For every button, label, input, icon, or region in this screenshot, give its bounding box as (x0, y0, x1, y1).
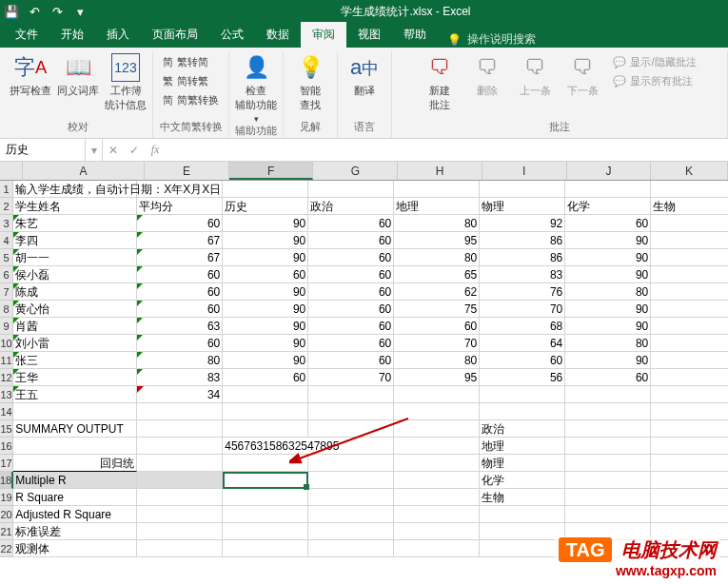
new-comment-button[interactable]: 🗨 新建 批注 (419, 53, 461, 112)
cell[interactable] (223, 403, 308, 420)
cell[interactable]: 90 (223, 232, 308, 249)
cell[interactable] (480, 386, 565, 403)
cell[interactable] (565, 386, 651, 403)
cell[interactable]: Multiple R (13, 472, 137, 489)
cell[interactable]: 92 (480, 215, 565, 232)
cell[interactable] (13, 403, 137, 420)
cell[interactable] (394, 489, 480, 506)
cell[interactable]: 34 (137, 386, 223, 403)
cell[interactable] (223, 489, 308, 506)
cell[interactable]: 456763158632547895 (223, 438, 308, 455)
cell[interactable]: 标准误差 (13, 523, 137, 540)
cell[interactable] (651, 301, 728, 318)
cell[interactable] (394, 403, 480, 420)
cell[interactable]: 95 (394, 369, 480, 386)
cell[interactable]: 56 (480, 369, 565, 386)
cell[interactable] (137, 455, 223, 472)
cell[interactable]: 68 (480, 318, 565, 335)
col-header-G[interactable]: G (313, 162, 398, 180)
cell[interactable] (137, 523, 223, 540)
spelling-button[interactable]: 字A 拼写检查 (10, 53, 51, 98)
cell[interactable]: 60 (137, 283, 223, 301)
cell[interactable] (137, 181, 223, 198)
cell[interactable]: 60 (308, 352, 394, 369)
cell[interactable]: 63 (137, 318, 223, 335)
row-headers[interactable]: 12345678910111213141516171819202122 (0, 181, 13, 557)
cell[interactable]: 62 (394, 283, 480, 301)
cell[interactable] (394, 420, 480, 438)
col-header-F[interactable]: F (229, 162, 314, 180)
delete-comment-button[interactable]: 🗨 删除 (466, 53, 508, 98)
thesaurus-button[interactable]: 📖 同义词库 (57, 53, 99, 98)
row-header-8[interactable]: 8 (0, 301, 13, 318)
cell[interactable]: 70 (480, 301, 565, 318)
cell[interactable]: 60 (308, 249, 394, 266)
cell[interactable]: 83 (137, 369, 223, 386)
tell-me-search[interactable]: 💡 操作说明搜索 (438, 31, 545, 48)
cell[interactable]: 86 (480, 249, 565, 266)
cell[interactable]: 地理 (480, 438, 565, 455)
cell[interactable]: 80 (137, 352, 223, 369)
cell[interactable]: 侯小磊 (13, 266, 137, 283)
cell[interactable]: 60 (565, 215, 651, 232)
cell[interactable] (651, 335, 728, 352)
row-header-7[interactable]: 7 (0, 283, 13, 301)
cell[interactable]: 李四 (13, 232, 137, 249)
cell[interactable]: 60 (137, 215, 223, 232)
cell[interactable] (480, 540, 565, 557)
cell[interactable] (137, 403, 223, 420)
row-header-17[interactable]: 17 (0, 455, 13, 472)
cell[interactable] (308, 438, 394, 455)
cell[interactable] (651, 215, 728, 232)
row-header-4[interactable]: 4 (0, 232, 13, 249)
row-header-18[interactable]: 18 (0, 472, 13, 489)
cell[interactable]: 90 (223, 335, 308, 352)
cell[interactable]: 地理 (394, 198, 480, 215)
cell[interactable]: 60 (308, 318, 394, 335)
cell[interactable]: Adjusted R Square (13, 506, 137, 523)
cell[interactable] (565, 489, 651, 506)
cell[interactable]: 60 (223, 369, 308, 386)
cell[interactable]: 80 (394, 215, 480, 232)
cell[interactable] (223, 523, 308, 540)
cell[interactable] (651, 369, 728, 386)
cell[interactable]: 76 (480, 283, 565, 301)
cell[interactable] (565, 455, 651, 472)
row-header-5[interactable]: 5 (0, 249, 13, 266)
cell[interactable] (13, 438, 137, 455)
cell[interactable]: 90 (223, 318, 308, 335)
row-header-11[interactable]: 11 (0, 352, 13, 369)
column-headers[interactable]: AEFGHIJK (23, 162, 728, 181)
cell[interactable] (651, 489, 728, 506)
cell[interactable] (394, 455, 480, 472)
cell[interactable] (651, 420, 728, 438)
worksheet-grid[interactable]: AEFGHIJK 1234567891011121314151617181920… (0, 162, 728, 557)
cell[interactable]: SUMMARY OUTPUT (13, 420, 137, 438)
cell[interactable] (308, 506, 394, 523)
cell[interactable] (223, 420, 308, 438)
cell[interactable]: 95 (394, 232, 480, 249)
cell[interactable]: 观测体 (13, 540, 137, 557)
row-header-1[interactable]: 1 (0, 181, 13, 198)
row-header-20[interactable]: 20 (0, 506, 13, 523)
cell[interactable]: 60 (137, 301, 223, 318)
cell[interactable] (651, 386, 728, 403)
cell[interactable] (308, 403, 394, 420)
cell[interactable]: 60 (137, 266, 223, 283)
qat-more-icon[interactable]: ▾ (72, 4, 88, 19)
cell[interactable]: 83 (480, 266, 565, 283)
cell[interactable]: 90 (223, 249, 308, 266)
cell[interactable]: 70 (308, 369, 394, 386)
cell[interactable] (651, 438, 728, 455)
cell[interactable] (308, 386, 394, 403)
cell[interactable]: 60 (223, 266, 308, 283)
cell[interactable]: 60 (565, 369, 651, 386)
cell[interactable] (651, 181, 728, 198)
tab-data[interactable]: 数据 (255, 22, 301, 48)
trad-to-simp-button[interactable]: 简繁转简 (159, 53, 223, 71)
cell[interactable] (137, 506, 223, 523)
cell[interactable]: 60 (394, 318, 480, 335)
cell[interactable]: 刘小雷 (13, 335, 137, 352)
row-header-6[interactable]: 6 (0, 266, 13, 283)
cell[interactable] (308, 181, 394, 198)
